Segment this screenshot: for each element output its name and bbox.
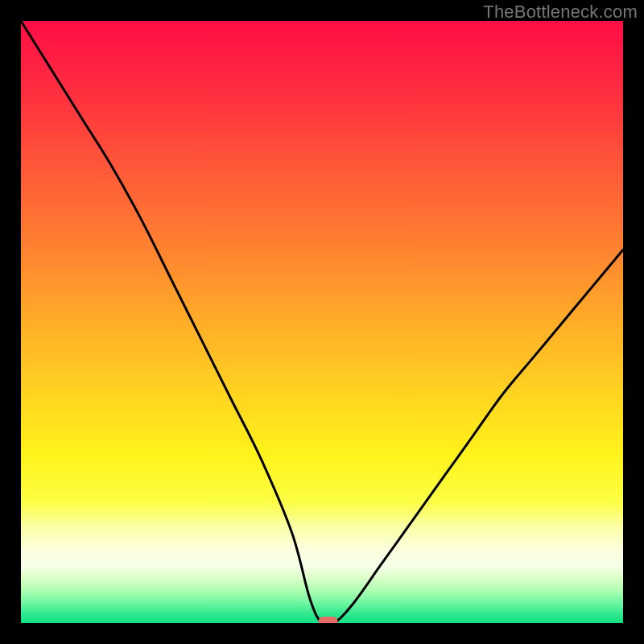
gradient-background bbox=[21, 21, 623, 623]
watermark-label: TheBottleneck.com bbox=[483, 2, 638, 23]
optimal-marker bbox=[318, 617, 337, 623]
plot-svg bbox=[21, 21, 623, 623]
plot-area bbox=[21, 21, 623, 623]
chart-frame: TheBottleneck.com bbox=[0, 0, 644, 644]
